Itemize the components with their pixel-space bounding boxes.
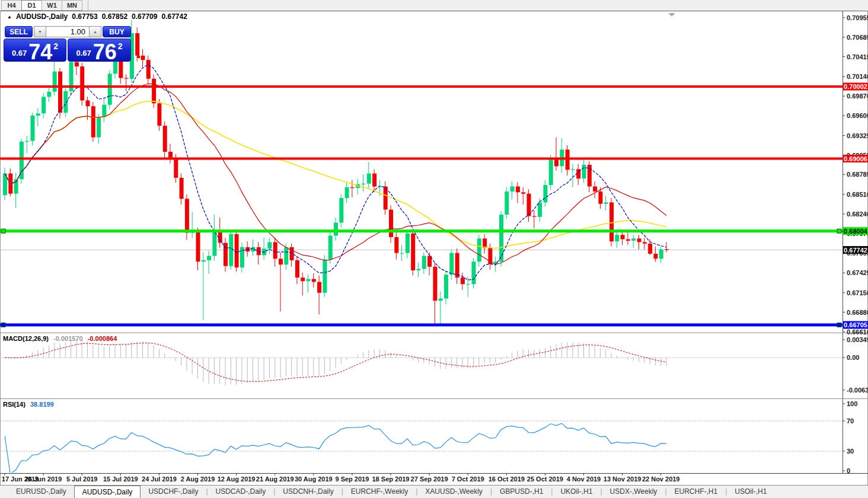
rsi-value: 38.8199 bbox=[30, 401, 54, 408]
volume-decrease-button[interactable]: ▼ bbox=[34, 26, 46, 37]
price-axis-tick: 0.68785 bbox=[847, 171, 868, 178]
candle-body bbox=[196, 231, 200, 261]
candle-body bbox=[168, 152, 173, 158]
sell-price-big: 74 bbox=[28, 43, 52, 61]
rsi-axis-tick: 70 bbox=[847, 417, 854, 424]
timeframe-button-h4[interactable]: H4 bbox=[1, 0, 22, 11]
candle-body bbox=[108, 74, 112, 104]
candle-body bbox=[47, 92, 51, 97]
price-level-tag-text: 0.66705 bbox=[844, 321, 867, 328]
date-axis-label: 2 Aug 2019 bbox=[181, 475, 215, 483]
candle-body bbox=[411, 234, 415, 270]
timeframe-toolbar: H4D1W1MN bbox=[0, 0, 868, 11]
chart-tab-usdchf-daily[interactable]: USDCHF-,Daily bbox=[141, 486, 206, 498]
candle-body bbox=[554, 159, 559, 166]
candle-body bbox=[53, 72, 57, 92]
chart-tab-usoil-h1[interactable]: USOil-,H1 bbox=[727, 486, 774, 498]
candle-body bbox=[621, 235, 625, 239]
candle-body bbox=[290, 247, 294, 260]
timeframe-button-w1[interactable]: W1 bbox=[42, 0, 62, 11]
level-handle-right[interactable] bbox=[837, 323, 841, 327]
volume-input[interactable] bbox=[46, 26, 89, 37]
date-axis-label: 25 Oct 2019 bbox=[527, 475, 563, 483]
chart-tab-usdcad-daily[interactable]: USDCAD-,Daily bbox=[208, 486, 274, 498]
chart-tab-usdcnh-daily[interactable]: USDCNH-,Daily bbox=[275, 486, 341, 498]
candle-body bbox=[307, 279, 311, 282]
candle-body bbox=[323, 260, 327, 293]
price-level-tag-text: 0.69006 bbox=[844, 155, 867, 162]
macd-axis-tick: 0.00 bbox=[847, 354, 859, 361]
price-axis-tick: 0.69870 bbox=[847, 92, 868, 100]
quote-symbol: AUDUSD-,Daily bbox=[16, 12, 68, 21]
timeframe-button-mn[interactable]: MN bbox=[62, 0, 82, 11]
sell-price-box[interactable]: 0.67 74 2 bbox=[4, 39, 66, 62]
candle-body bbox=[615, 235, 619, 241]
candle-body bbox=[643, 242, 647, 243]
macd-value-signal: -0.000864 bbox=[88, 335, 117, 342]
candle-body bbox=[665, 249, 669, 250]
level-handle-left[interactable] bbox=[1, 229, 5, 233]
candle-body bbox=[25, 141, 29, 142]
chart-shift-marker-icon[interactable] bbox=[668, 13, 675, 17]
candle-body bbox=[598, 191, 602, 204]
level-handle-right[interactable] bbox=[837, 229, 841, 233]
chart-tab-audusd-daily[interactable]: AUDUSD-,Daily bbox=[74, 486, 141, 498]
candle-body bbox=[63, 91, 68, 113]
chart-tab-gbpusd-h1[interactable]: GBPUSD-,H1 bbox=[492, 486, 551, 498]
candle-body bbox=[207, 256, 211, 260]
price-axis-tick: 0.70955 bbox=[847, 14, 868, 21]
price-axis-tick: 0.67150 bbox=[847, 289, 868, 296]
chart-tab-bar: EURUSD-,DailyAUDUSD-,DailyUSDCHF-,Daily|… bbox=[0, 485, 868, 498]
level-handle-left[interactable] bbox=[1, 323, 5, 327]
volume-increase-button[interactable]: ▲ bbox=[89, 26, 101, 37]
candle-body bbox=[185, 199, 189, 232]
candle-body bbox=[538, 202, 542, 216]
chart-tab-xauusd-weekly[interactable]: XAUUSD-,Weekly bbox=[417, 486, 490, 498]
candle-body bbox=[532, 216, 537, 217]
candle-body bbox=[394, 237, 398, 253]
price-axis-tick: 0.66880 bbox=[847, 309, 868, 316]
candle-body bbox=[36, 113, 40, 116]
buy-button[interactable]: BUY bbox=[103, 26, 131, 37]
candle-body bbox=[499, 215, 503, 261]
price-axis-tick: 0.69600 bbox=[847, 112, 868, 119]
chart-tab-eurchf-weekly[interactable]: EURCHF-,Weekly bbox=[343, 486, 416, 498]
chart-tab-eurusd-daily[interactable]: EURUSD-,Daily bbox=[8, 486, 74, 498]
candle-body bbox=[102, 105, 106, 117]
date-axis-label: 26 Jun 2019 bbox=[25, 475, 62, 483]
candle-body bbox=[80, 66, 84, 100]
macd-axis-tick: -0.00637 bbox=[847, 387, 868, 394]
timeframe-button-d1[interactable]: D1 bbox=[21, 0, 42, 11]
buy-price-box[interactable]: 0.67 76 2 bbox=[68, 39, 131, 62]
macd-name: MACD(12,26,9) bbox=[3, 335, 49, 342]
collapse-triangle-icon[interactable]: ▲ bbox=[7, 14, 12, 20]
candle-body bbox=[212, 231, 216, 256]
chart-tab-ukoil-h1[interactable]: UKOil-,H1 bbox=[553, 486, 600, 498]
quote-close: 0.67742 bbox=[161, 12, 187, 21]
candle-body bbox=[433, 267, 437, 301]
candle-body bbox=[235, 234, 239, 267]
chart-tab-eurchf-h1[interactable]: EURCHF-,H1 bbox=[667, 486, 726, 498]
candle-body bbox=[444, 274, 448, 298]
candle-body bbox=[163, 126, 167, 152]
candle-body bbox=[91, 106, 95, 137]
buy-price-big: 76 bbox=[93, 43, 117, 61]
price-axis-tick: 0.69325 bbox=[847, 132, 868, 139]
candle-body bbox=[593, 187, 597, 192]
price-axis-tick: 0.67425 bbox=[847, 269, 868, 276]
candle-body bbox=[477, 238, 481, 261]
date-axis-label: 13 Nov 2019 bbox=[604, 475, 642, 483]
date-axis-label: 7 Oct 2019 bbox=[452, 475, 484, 483]
candle-body bbox=[648, 244, 652, 254]
sell-button[interactable]: SELL bbox=[5, 26, 33, 37]
current-price-tag-text: 0.67742 bbox=[844, 247, 867, 254]
price-axis-tick: 0.68240 bbox=[847, 210, 868, 218]
rsi-name: RSI(14) bbox=[3, 401, 25, 408]
macd-histogram bbox=[5, 339, 666, 385]
candle-body bbox=[472, 261, 476, 284]
candle-body bbox=[339, 198, 343, 223]
buy-price-prefix: 0.67 bbox=[76, 49, 91, 58]
candle-body bbox=[505, 191, 509, 215]
date-axis-label: 24 Jul 2019 bbox=[142, 475, 177, 483]
chart-tab-usdx-weekly[interactable]: USDX-,Weekly bbox=[602, 486, 665, 498]
